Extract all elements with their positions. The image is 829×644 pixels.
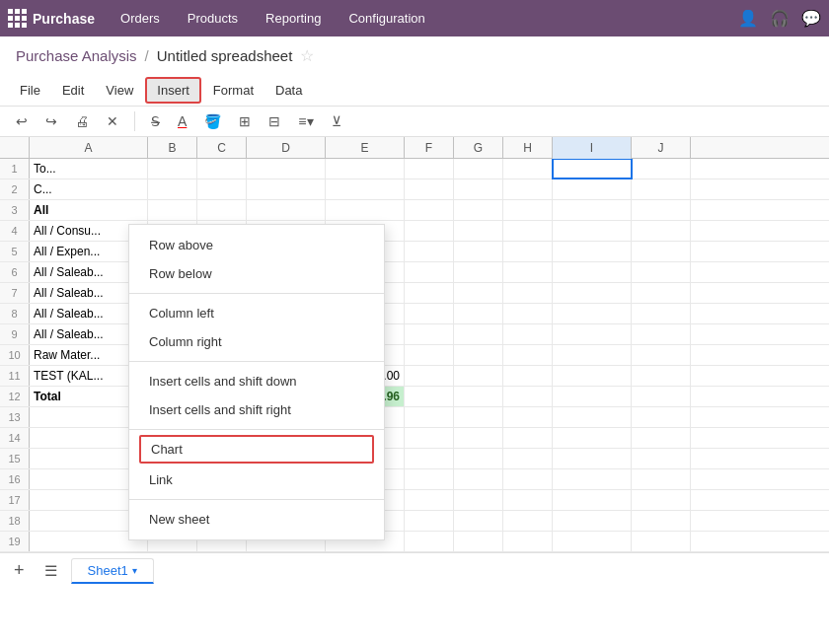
menu-insert-shift-right[interactable]: Insert cells and shift right: [129, 395, 384, 424]
cell-5i[interactable]: [553, 242, 632, 261]
cell-10h[interactable]: [503, 345, 553, 365]
cell-13g[interactable]: [454, 407, 503, 427]
cell-19f[interactable]: [405, 532, 454, 551]
cell-4h[interactable]: [503, 221, 553, 241]
cell-8f[interactable]: [405, 304, 454, 323]
filter-button[interactable]: ⊻: [326, 110, 347, 132]
col-header-f[interactable]: F: [405, 137, 454, 159]
cell-9i[interactable]: [553, 324, 632, 344]
cell-15f[interactable]: [405, 449, 454, 468]
menu-insert[interactable]: Insert: [145, 77, 201, 104]
cell-13i[interactable]: [553, 407, 632, 427]
cell-1b[interactable]: [148, 159, 197, 179]
cell-3c[interactable]: [197, 200, 247, 220]
cell-12g[interactable]: [454, 387, 503, 406]
col-header-b[interactable]: B: [148, 137, 197, 159]
cell-10g[interactable]: [454, 345, 503, 365]
cell-6h[interactable]: [503, 262, 553, 282]
cell-7f[interactable]: [405, 283, 454, 303]
cell-3h[interactable]: [503, 200, 553, 220]
menu-format[interactable]: Format: [203, 79, 264, 102]
menu-col-left[interactable]: Column left: [129, 299, 384, 327]
cell-14h[interactable]: [503, 428, 553, 448]
font-color-button[interactable]: A: [172, 110, 192, 132]
cell-19j[interactable]: [632, 532, 691, 551]
col-header-h[interactable]: H: [503, 137, 553, 159]
cell-16g[interactable]: [454, 469, 503, 489]
cell-3d[interactable]: [247, 200, 326, 220]
cell-12h[interactable]: [503, 387, 553, 406]
cell-3b[interactable]: [148, 200, 197, 220]
cell-17g[interactable]: [454, 490, 503, 510]
cell-6i[interactable]: [553, 262, 632, 282]
cell-16h[interactable]: [503, 469, 553, 489]
cell-18f[interactable]: [405, 511, 454, 531]
cell-1d[interactable]: [247, 159, 326, 179]
cell-17h[interactable]: [503, 490, 553, 510]
user-icon[interactable]: 👤: [738, 9, 758, 28]
cell-7i[interactable]: [553, 283, 632, 303]
cell-15g[interactable]: [454, 449, 503, 468]
cell-2c[interactable]: [197, 179, 247, 199]
nav-orders[interactable]: Orders: [107, 3, 174, 34]
cell-10f[interactable]: [405, 345, 454, 365]
cell-1a[interactable]: To...: [30, 159, 148, 179]
col-header-a[interactable]: A: [30, 137, 148, 159]
cell-3i[interactable]: [553, 200, 632, 220]
cell-1c[interactable]: [197, 159, 247, 179]
menu-col-right[interactable]: Column right: [129, 327, 384, 356]
cell-3j[interactable]: [632, 200, 691, 220]
cell-2b[interactable]: [148, 179, 197, 199]
cell-7j[interactable]: [632, 283, 691, 303]
cell-8j[interactable]: [632, 304, 691, 323]
support-icon[interactable]: 🎧: [770, 9, 790, 28]
cell-1i[interactable]: [553, 159, 632, 179]
cell-8h[interactable]: [503, 304, 553, 323]
cell-15h[interactable]: [503, 449, 553, 468]
cell-11j[interactable]: [632, 366, 691, 386]
border-button[interactable]: ⊞: [233, 110, 257, 132]
col-header-d[interactable]: D: [247, 137, 326, 159]
col-header-j[interactable]: J: [632, 137, 691, 159]
cell-2h[interactable]: [503, 179, 553, 199]
print-button[interactable]: 🖨: [69, 110, 95, 132]
col-header-i[interactable]: I: [553, 137, 632, 159]
cell-7g[interactable]: [454, 283, 503, 303]
cell-2i[interactable]: [553, 179, 632, 199]
cell-2j[interactable]: [632, 179, 691, 199]
menu-link[interactable]: Link: [129, 465, 384, 494]
cell-17f[interactable]: [405, 490, 454, 510]
cell-1j[interactable]: [632, 159, 691, 179]
col-header-e[interactable]: E: [326, 137, 405, 159]
cell-6f[interactable]: [405, 262, 454, 282]
cell-3f[interactable]: [405, 200, 454, 220]
cell-16f[interactable]: [405, 469, 454, 489]
cell-4j[interactable]: [632, 221, 691, 241]
breadcrumb-link[interactable]: Purchase Analysis: [16, 47, 137, 64]
nav-configuration[interactable]: Configuration: [335, 3, 438, 34]
undo-button[interactable]: ↩: [10, 110, 34, 132]
nav-products[interactable]: Products: [174, 3, 252, 34]
cell-5g[interactable]: [454, 242, 503, 261]
add-sheet-button[interactable]: +: [8, 558, 31, 583]
cell-18i[interactable]: [553, 511, 632, 531]
cell-5h[interactable]: [503, 242, 553, 261]
strikethrough-button[interactable]: S̶: [145, 110, 166, 132]
cell-7h[interactable]: [503, 283, 553, 303]
cell-19h[interactable]: [503, 532, 553, 551]
cell-11h[interactable]: [503, 366, 553, 386]
cell-8i[interactable]: [553, 304, 632, 323]
col-header-g[interactable]: G: [454, 137, 503, 159]
cell-1e[interactable]: [326, 159, 405, 179]
menu-view[interactable]: View: [96, 79, 143, 102]
cell-13h[interactable]: [503, 407, 553, 427]
redo-button[interactable]: ↪: [39, 110, 63, 132]
sheet-tab-sheet1[interactable]: Sheet1 ▾: [71, 558, 154, 584]
sheet-tab-arrow[interactable]: ▾: [132, 565, 137, 576]
cell-12i[interactable]: [553, 387, 632, 406]
menu-data[interactable]: Data: [265, 79, 312, 102]
cell-17j[interactable]: [632, 490, 691, 510]
cell-14g[interactable]: [454, 428, 503, 448]
cell-9j[interactable]: [632, 324, 691, 344]
cell-2f[interactable]: [405, 179, 454, 199]
